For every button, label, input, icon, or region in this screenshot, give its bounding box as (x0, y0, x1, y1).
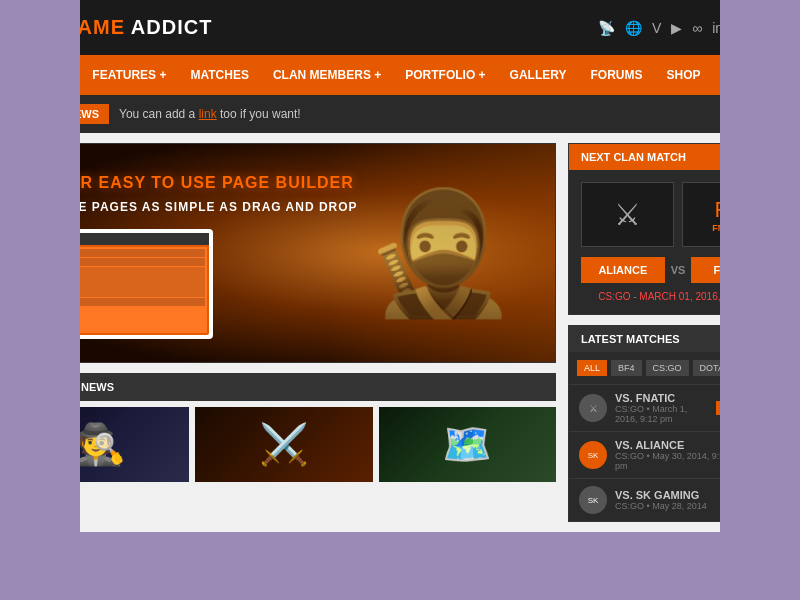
news-icon-3: 🗺️ (442, 421, 492, 468)
ticker-bar: TICKER NEWS You can add a link too if yo… (0, 95, 800, 133)
main-content: SUPER EASY TO USE PAGE BUILDER CREATE PA… (12, 143, 556, 522)
ticker-label: TICKER NEWS (12, 104, 109, 124)
gplus-icon[interactable]: g+ (733, 20, 749, 36)
ticker-link[interactable]: link (199, 107, 217, 121)
match-info-1: VS. FNATIC CS:GO • March 1, 2016, 9:12 p… (615, 392, 708, 424)
match-info: CS:GO - MARCH 01, 2016, 9:12PM (581, 291, 775, 302)
site-logo[interactable]: 🔥 GAME ADDICT (15, 9, 212, 47)
youtube-icon[interactable]: ▶ (671, 20, 682, 36)
vs-label: VS (671, 264, 686, 276)
news-icon-1: 🕵️ (76, 421, 126, 468)
match-date: MARCH 01, 2016, (639, 291, 720, 302)
match-filters: ALL BF4 CS:GO DOTA 2 LOL (569, 352, 787, 384)
match-meta-3: CS:GO • May 28, 2014 (615, 501, 744, 511)
match-entry-3: SK VS. SK GAMING CS:GO • May 28, 2014 0:… (569, 478, 787, 521)
news-thumb-1[interactable]: 🕵️ (12, 407, 189, 482)
news-icon-2: ⚔️ (259, 421, 309, 468)
news-thumb-2[interactable]: ⚔️ (195, 407, 372, 482)
clan-match-widget: NEXT CLAN MATCH ⚔ FK FNATIC (568, 143, 788, 315)
filter-dota2[interactable]: DOTA 2 (693, 360, 738, 376)
filter-all[interactable]: ALL (577, 360, 607, 376)
nav-portfolio[interactable]: PORTFOLIO + (393, 55, 497, 95)
latest-matches-widget: LATEST MATCHES ALL BF4 CS:GO DOTA 2 LOL … (568, 325, 788, 522)
twitch-icon[interactable]: ∞ (692, 20, 702, 36)
match-time: 9:12PM (723, 291, 757, 302)
facebook-icon[interactable]: f (781, 20, 785, 36)
filter-csgo[interactable]: CS:GO (646, 360, 689, 376)
latest-matches-header: LATEST MATCHES (569, 326, 787, 352)
nav-shop[interactable]: SHOP (655, 55, 713, 95)
nav-matches[interactable]: MATCHES (178, 55, 260, 95)
twitter-icon[interactable]: ✦ (759, 20, 771, 36)
vimeo-icon[interactable]: V (652, 20, 661, 36)
filter-bf4[interactable]: BF4 (611, 360, 642, 376)
teams-logos: ⚔ FK FNATIC (581, 182, 775, 247)
latest-news-header: LATEST NEWS (12, 373, 556, 401)
team1-logo: ⚔ (581, 182, 674, 247)
ticker-pause[interactable]: ■ (748, 105, 766, 123)
ticker-prev[interactable]: ◀ (726, 105, 744, 123)
match-badge-3: 0:1 (752, 493, 777, 507)
nav-contact[interactable]: CONTACT (782, 55, 800, 95)
latest-news-section: LATEST NEWS 🕵️ ⚔️ 🗺️ (12, 373, 556, 482)
match-vs-3: VS. SK GAMING (615, 489, 744, 501)
social-icons: 📡 🌐 V ▶ ∞ in g+ ✦ f (598, 20, 785, 36)
vs-teams: ALIANCE VS FNATIC (581, 257, 775, 283)
match-game: CS:GO (598, 291, 630, 302)
match-vs-2: VS. ALIANCE (615, 439, 744, 451)
ticker-content: You can add a link too if you want! (119, 107, 716, 121)
news-grid: 🕵️ ⚔️ 🗺️ (12, 401, 556, 482)
hero-subtitle: CREATE PAGES AS SIMPLE AS DRAG AND DROP (33, 200, 358, 214)
nav-home[interactable]: HOME + (10, 55, 80, 95)
news-thumb-3[interactable]: 🗺️ (379, 407, 556, 482)
ticker-controls: ◀ ■ ▶ (726, 105, 788, 123)
clan-match-header: NEXT CLAN MATCH (569, 144, 787, 170)
hero-banner: SUPER EASY TO USE PAGE BUILDER CREATE PA… (12, 143, 556, 363)
team2-button[interactable]: FNATIC (691, 257, 775, 283)
globe-icon[interactable]: 🌐 (625, 20, 642, 36)
hero-mockup (33, 229, 213, 339)
nav-features[interactable]: FEATURES + (80, 55, 178, 95)
match-badge-1: UPCOMING (716, 401, 778, 415)
linkedin-icon[interactable]: in (712, 20, 723, 36)
rss-icon[interactable]: 📡 (598, 20, 615, 36)
filter-lol[interactable]: LOL (742, 360, 773, 376)
nav-gallery[interactable]: GALLERY (498, 55, 579, 95)
match-meta-1: CS:GO • March 1, 2016, 9:12 pm (615, 404, 708, 424)
logo-icon: 🔥 (15, 9, 53, 47)
match-avatar-3: SK (579, 486, 607, 514)
match-avatar-1: ⚔ (579, 394, 607, 422)
logo-text: GAME ADDICT (61, 16, 212, 39)
match-info-3: VS. SK GAMING CS:GO • May 28, 2014 (615, 489, 744, 511)
team1-button[interactable]: ALIANCE (581, 257, 665, 283)
ticker-next[interactable]: ▶ (770, 105, 788, 123)
hero-title: SUPER EASY TO USE PAGE BUILDER (33, 174, 358, 192)
sidebar: NEXT CLAN MATCH ⚔ FK FNATIC (568, 143, 788, 522)
match-badge-2: 0:0 (752, 448, 777, 462)
main-nav: HOME + FEATURES + MATCHES CLAN MEMBERS +… (0, 55, 800, 95)
match-vs-1: VS. FNATIC (615, 392, 708, 404)
team2-logo: FK FNATIC (682, 182, 775, 247)
match-entry-1: ⚔ VS. FNATIC CS:GO • March 1, 2016, 9:12… (569, 384, 787, 431)
nav-forums[interactable]: FORUMS (579, 55, 655, 95)
match-meta-2: CS:GO • May 30, 2014, 9:55 pm (615, 451, 744, 471)
nav-blog[interactable]: BLOG + (713, 55, 782, 95)
nav-clan-members[interactable]: CLAN MEMBERS + (261, 55, 393, 95)
match-entry-2: SK VS. ALIANCE CS:GO • May 30, 2014, 9:5… (569, 431, 787, 478)
match-avatar-2: SK (579, 441, 607, 469)
match-info-2: VS. ALIANCE CS:GO • May 30, 2014, 9:55 p… (615, 439, 744, 471)
